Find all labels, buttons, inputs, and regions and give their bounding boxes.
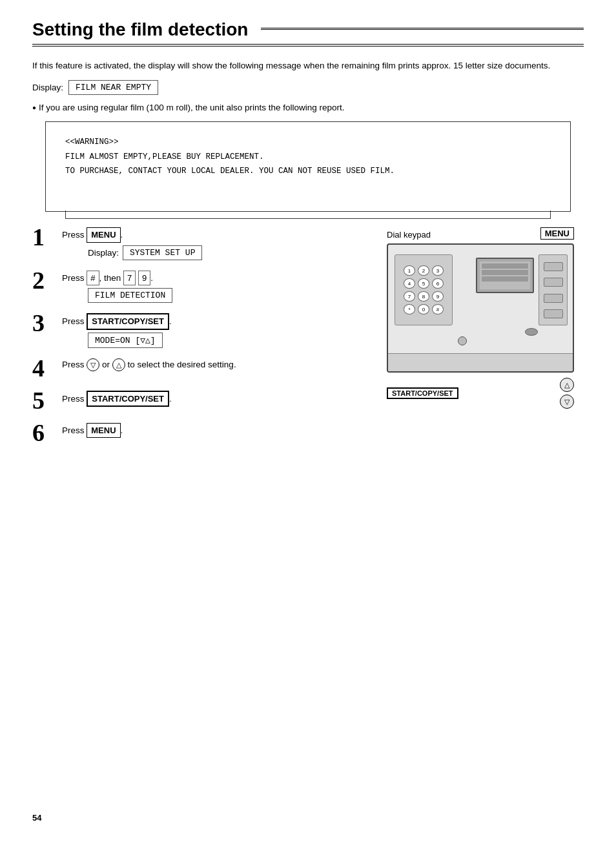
down-arrow-diag[interactable]: ▽: [560, 395, 574, 409]
keypad-row-1: 1 2 3: [404, 265, 444, 276]
right-panel: [539, 254, 568, 325]
step-6-content: Press MENU.: [62, 423, 364, 441]
step-number-4: 4: [32, 356, 56, 380]
key-2: 2: [418, 265, 429, 276]
warning-text: <<WARNING>> FILM ALMOST EMPTY,PLEASE BUY…: [65, 135, 551, 179]
up-arrow-button[interactable]: △: [112, 358, 125, 371]
keypad-area: 1 2 3 4 5 6 7 8 9 *: [395, 254, 453, 325]
step-number-6: 6: [32, 420, 56, 445]
small-button-diag: [458, 336, 467, 345]
key-3: 3: [432, 265, 444, 276]
menu-button-1[interactable]: MENU: [87, 227, 120, 243]
keypad-row-3: 7 8 9: [404, 291, 444, 302]
panel-btn-3: [544, 294, 563, 303]
menu-button-6[interactable]: MENU: [87, 423, 120, 438]
dial-keypad-label: Dial keypad: [387, 230, 431, 240]
intro-text: If this feature is activated, the displa…: [32, 59, 584, 72]
panel-btn-1: [544, 262, 563, 271]
key-7-diag: 7: [404, 291, 415, 302]
small-oval-diag: [525, 328, 538, 336]
machine-display-diagram: [476, 258, 534, 293]
step-3-display: MODE=ON [▽△]: [88, 333, 364, 348]
step-1: 1 Press MENU. Display: SYSTEM SET UP: [32, 227, 364, 260]
step-3-text: Press START/COPY/SET.: [62, 313, 364, 330]
step-4-text: Press ▽ or △ to select the desired setti…: [62, 358, 364, 371]
step-1-content: Press MENU. Display: SYSTEM SET UP: [62, 227, 364, 260]
key-star: *: [404, 304, 415, 314]
page-title: Setting the film detection: [32, 19, 584, 46]
step-3-display-value: MODE=ON [▽△]: [88, 333, 163, 348]
page-footer: 54: [32, 813, 41, 823]
key-hash-diag: #: [432, 304, 444, 314]
down-arrow-button[interactable]: ▽: [87, 358, 99, 371]
key-9[interactable]: 9: [138, 271, 150, 286]
keypad-row-2: 4 5 6: [404, 278, 444, 289]
step-number-5: 5: [32, 388, 56, 413]
step-4: 4 Press ▽ or △ to select the desired set…: [32, 358, 364, 380]
step-3-content: Press START/COPY/SET. MODE=ON [▽△]: [62, 313, 364, 348]
warning-box: <<WARNING>> FILM ALMOST EMPTY,PLEASE BUY…: [45, 121, 571, 212]
hash-button[interactable]: #: [87, 271, 99, 286]
step-number-2: 2: [32, 268, 56, 293]
key-4: 4: [404, 278, 415, 289]
diagram-col: Dial keypad MENU 1 2 3 4 5 6: [377, 227, 584, 455]
step-5: 5 Press START/COPY/SET.: [32, 391, 364, 413]
diagram-container: Dial keypad MENU 1 2 3 4 5 6: [377, 227, 584, 409]
key-5: 5: [418, 278, 429, 289]
step-2: 2 Press #, then 7 9. FILM DETECTION: [32, 271, 364, 303]
display-label: Display:: [32, 83, 63, 92]
key-8: 8: [418, 291, 429, 302]
key-6: 6: [432, 278, 444, 289]
display-value: FILM NEAR EMPTY: [68, 80, 158, 95]
step-number-1: 1: [32, 225, 56, 249]
steps-diagram-row: 1 Press MENU. Display: SYSTEM SET UP 2 P…: [32, 227, 584, 455]
step-2-text: Press #, then 7 9.: [62, 271, 364, 286]
keypad-row-4: * 0 #: [404, 304, 444, 314]
machine-diagram: 1 2 3 4 5 6 7 8 9 *: [387, 243, 574, 373]
step-5-content: Press START/COPY/SET.: [62, 391, 364, 410]
key-1: 1: [404, 265, 415, 276]
panel-btn-2: [544, 278, 563, 287]
bullet-note: If you are using regular film (100 m rol…: [32, 103, 584, 112]
bottom-strip: [388, 353, 573, 371]
start-copy-set-label-diag[interactable]: START/COPY/SET: [387, 387, 458, 399]
step-2-content: Press #, then 7 9. FILM DETECTION: [62, 271, 364, 303]
step-number-3: 3: [32, 311, 56, 335]
step-6-text: Press MENU.: [62, 423, 364, 438]
step-1-display-value: SYSTEM SET UP: [123, 245, 202, 260]
step-1-display: Display: SYSTEM SET UP: [88, 245, 364, 260]
step-2-display-value: FILM DETECTION: [88, 288, 172, 303]
key-7[interactable]: 7: [123, 271, 136, 286]
start-copy-set-button-3[interactable]: START/COPY/SET: [87, 313, 169, 330]
panel-btn-4: [544, 309, 563, 318]
start-copy-set-button-5[interactable]: START/COPY/SET: [87, 391, 169, 407]
up-arrow-diag[interactable]: △: [560, 378, 574, 392]
key-0: 0: [418, 304, 429, 314]
key-9-diag: 9: [432, 291, 444, 302]
step-5-text: Press START/COPY/SET.: [62, 391, 364, 407]
display-line: Display: FILM NEAR EMPTY: [32, 80, 584, 95]
step-4-content: Press ▽ or △ to select the desired setti…: [62, 358, 364, 374]
steps-col: 1 Press MENU. Display: SYSTEM SET UP 2 P…: [32, 227, 364, 455]
step-2-display: FILM DETECTION: [88, 288, 364, 303]
step-3: 3 Press START/COPY/SET. MODE=ON [▽△]: [32, 313, 364, 348]
step-1-text: Press MENU.: [62, 227, 364, 243]
menu-button-diagram[interactable]: MENU: [540, 227, 574, 240]
step-6: 6 Press MENU.: [32, 423, 364, 445]
